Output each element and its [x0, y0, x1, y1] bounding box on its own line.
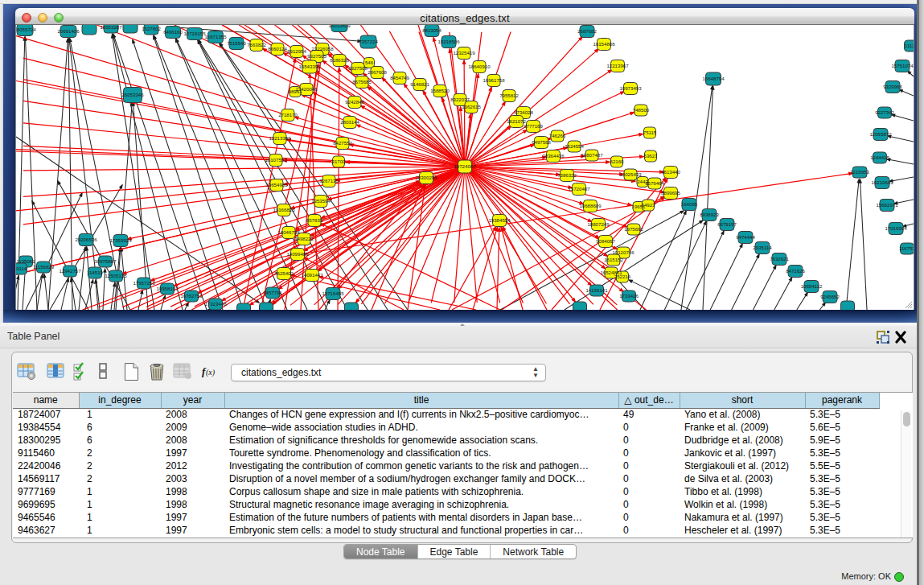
svg-text:1353594: 1353594 — [311, 198, 331, 204]
svg-text:19218506: 19218506 — [437, 39, 460, 44]
svg-text:1615152: 1615152 — [604, 257, 623, 262]
svg-text:30975887: 30975887 — [94, 258, 117, 264]
svg-text:16961758: 16961758 — [483, 77, 505, 83]
svg-text:53627: 53627 — [644, 153, 659, 159]
svg-text:17016504: 17016504 — [885, 225, 907, 231]
svg-text:1527602: 1527602 — [142, 26, 161, 31]
svg-text:9329966: 9329966 — [883, 84, 902, 89]
svg-text:10025433: 10025433 — [619, 171, 642, 177]
svg-text:75115: 75115 — [643, 130, 657, 135]
svg-text:10719155: 10719155 — [183, 31, 206, 36]
svg-text:7515540: 7515540 — [227, 40, 246, 46]
svg-text:18724007: 18724007 — [454, 163, 476, 169]
svg-text:11156829: 11156829 — [33, 264, 55, 270]
svg-text:857833: 857833 — [306, 217, 323, 223]
svg-text:164095: 164095 — [681, 201, 698, 207]
svg-text:3624554: 3624554 — [565, 143, 584, 149]
svg-text:16782759: 16782759 — [180, 293, 203, 299]
svg-text:3267130: 3267130 — [319, 178, 339, 183]
svg-text:546: 546 — [365, 60, 374, 65]
svg-text:9474444: 9474444 — [736, 234, 755, 240]
svg-text:12213967: 12213967 — [606, 63, 629, 68]
svg-text:8675685: 8675685 — [352, 79, 372, 84]
svg-text:6497568: 6497568 — [532, 139, 551, 145]
svg-text:8813054: 8813054 — [422, 27, 441, 33]
svg-text:31700: 31700 — [332, 159, 347, 164]
svg-text:7955812: 7955812 — [499, 93, 519, 98]
svg-text:24055724: 24055724 — [16, 27, 36, 32]
svg-text:10120746: 10120746 — [612, 249, 634, 255]
svg-text:9777169: 9777169 — [524, 123, 543, 129]
svg-text:1975692: 1975692 — [624, 226, 643, 232]
svg-text:9613440: 9613440 — [661, 169, 680, 175]
svg-text:2935114: 2935114 — [753, 245, 772, 250]
svg-text:2867608: 2867608 — [368, 69, 387, 75]
svg-text:9227342: 9227342 — [875, 109, 894, 115]
svg-text:1362615: 1362615 — [462, 104, 481, 109]
svg-text:9579464: 9579464 — [645, 180, 664, 186]
svg-text:16154808: 16154808 — [593, 41, 615, 47]
svg-text:6734028: 6734028 — [514, 109, 533, 115]
svg-text:18807249: 18807249 — [587, 221, 610, 227]
svg-text:746266: 746266 — [549, 133, 566, 138]
svg-text:7663822: 7663822 — [247, 42, 266, 47]
svg-text:9457791: 9457791 — [263, 290, 282, 295]
svg-text:26053346: 26053346 — [121, 92, 144, 97]
svg-text:15751074: 15751074 — [891, 63, 914, 68]
svg-text:7632621: 7632621 — [770, 256, 789, 262]
svg-text:9245652: 9245652 — [820, 294, 840, 299]
svg-text:1733426: 1733426 — [619, 293, 639, 299]
svg-text:12942757: 12942757 — [59, 268, 81, 274]
svg-text:13716485: 13716485 — [322, 290, 344, 296]
svg-text:748500: 748500 — [633, 107, 650, 113]
svg-text:7357224: 7357224 — [359, 39, 378, 44]
svg-text:1135061: 1135061 — [16, 258, 35, 264]
svg-text:2718170: 2718170 — [278, 112, 298, 117]
svg-text:19166825: 19166825 — [273, 207, 295, 212]
svg-text:3498222: 3498222 — [294, 236, 314, 241]
svg-text:19384554: 19384554 — [488, 217, 511, 223]
svg-text:12325419: 12325419 — [453, 50, 475, 56]
svg-text:17323448: 17323448 — [204, 301, 227, 307]
svg-text:64923: 64923 — [642, 202, 656, 208]
svg-text:252214: 252214 — [614, 274, 631, 279]
svg-text:8912954: 8912954 — [287, 48, 306, 54]
svg-text:8471626: 8471626 — [786, 268, 805, 274]
svg-text:18640910: 18640910 — [468, 64, 491, 69]
svg-text:20691406: 20691406 — [57, 28, 80, 34]
svg-text:39114: 39114 — [16, 266, 27, 271]
svg-text:15720407: 15720407 — [568, 186, 590, 192]
svg-text:98961: 98961 — [289, 89, 303, 94]
svg-text:1244415: 1244415 — [870, 154, 889, 160]
svg-text:17359924: 17359924 — [109, 237, 132, 243]
svg-text:9146821: 9146821 — [410, 81, 429, 87]
svg-text:6466160: 6466160 — [163, 29, 183, 35]
svg-text:9084067: 9084067 — [596, 238, 615, 244]
svg-text:8899695: 8899695 — [661, 190, 680, 196]
svg-text:11121: 11121 — [905, 43, 914, 48]
svg-text:16033809: 16033809 — [328, 25, 351, 28]
svg-text:9242848: 9242848 — [345, 99, 364, 105]
svg-text:18300295: 18300295 — [415, 175, 437, 180]
svg-text:15692971: 15692971 — [876, 202, 898, 208]
svg-text:23226058: 23226058 — [311, 46, 334, 51]
svg-text:2687682: 2687682 — [577, 28, 597, 34]
svg-text:8938923: 8938923 — [700, 212, 719, 217]
svg-text:14099489: 14099489 — [286, 251, 309, 257]
svg-text:10807487: 10807487 — [581, 152, 603, 158]
svg-text:12505135: 12505135 — [105, 273, 127, 278]
svg-text:9327508: 9327508 — [348, 65, 368, 71]
svg-text:114519: 114519 — [87, 270, 103, 275]
svg-text:7386322: 7386322 — [557, 172, 577, 178]
svg-text:10958107: 10958107 — [156, 286, 179, 291]
svg-text:16543392: 16543392 — [298, 64, 321, 69]
svg-text:16210643: 16210643 — [871, 179, 893, 185]
svg-text:12213369: 12213369 — [269, 135, 291, 141]
svg-text:8427552: 8427552 — [333, 140, 352, 146]
svg-text:62160: 62160 — [610, 159, 625, 164]
svg-text:3215953: 3215953 — [850, 169, 869, 175]
svg-text:20206536: 20206536 — [75, 237, 97, 242]
svg-text:14136141: 14136141 — [585, 287, 608, 293]
svg-text:10654112: 10654112 — [801, 283, 823, 289]
svg-text:8322037: 8322037 — [450, 97, 470, 102]
